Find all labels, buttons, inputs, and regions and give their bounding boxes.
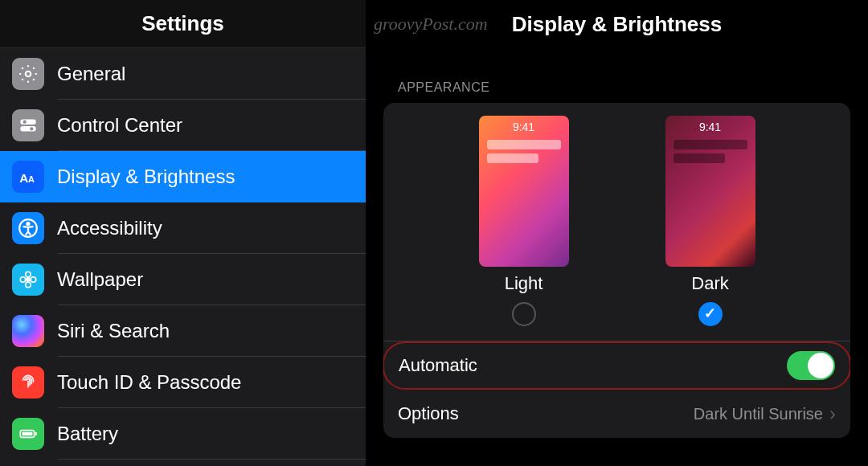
fingerprint-icon [12,366,44,399]
options-value: Dark Until Sunrise › [694,403,836,425]
settings-sidebar: Settings General Control Center AA Displ… [0,0,366,466]
options-value-text: Dark Until Sunrise [694,405,823,423]
svg-point-13 [31,277,36,283]
sidebar-title: Settings [0,0,366,48]
content-pane: groovyPost.com Display & Brightness APPE… [366,0,868,466]
appearance-options: 9:41 Light 9:41 Dark [383,103,850,341]
svg-rect-15 [22,432,32,435]
sidebar-item-label: Wallpaper [57,268,143,291]
radio-unchecked-icon[interactable] [512,302,536,326]
siri-icon [12,315,44,347]
watermark-text: groovyPost.com [374,14,488,35]
sidebar-list: General Control Center AA Display & Brig… [0,48,366,466]
sidebar-item-label: Touch ID & Passcode [57,371,241,394]
accessibility-icon [12,212,44,244]
svg-point-0 [26,72,31,77]
appearance-panel: 9:41 Light 9:41 Dark Automatic [383,103,850,438]
svg-point-12 [20,277,26,283]
svg-point-9 [27,278,30,281]
preview-time: 9:41 [665,121,755,133]
sidebar-item-display-brightness[interactable]: AA Display & Brightness [0,151,366,202]
sidebar-item-wallpaper[interactable]: Wallpaper [0,254,366,305]
page-title: Display & Brightness [512,12,723,37]
chevron-right-icon: › [829,403,836,425]
sidebar-item-label: General [57,63,125,85]
automatic-label: Automatic [399,355,477,376]
appearance-option-light[interactable]: 9:41 Light [479,116,569,326]
svg-text:A: A [28,174,35,184]
svg-point-10 [26,272,31,277]
svg-point-8 [27,223,29,225]
preview-time: 9:41 [479,121,569,133]
sidebar-item-touchid-passcode[interactable]: Touch ID & Passcode [0,357,366,408]
text-size-icon: AA [12,161,44,193]
svg-rect-16 [35,432,37,435]
svg-rect-1 [20,119,36,125]
sidebar-item-label: Battery [57,423,118,445]
sidebar-item-control-center[interactable]: Control Center [0,100,366,151]
sidebar-item-battery[interactable]: Battery [0,408,366,460]
battery-icon [12,418,44,450]
svg-point-3 [23,121,27,124]
svg-point-11 [26,282,31,288]
svg-point-4 [30,127,33,130]
gear-icon [12,58,44,90]
svg-text:A: A [19,171,28,185]
sidebar-item-label: Siri & Search [57,320,170,342]
sidebar-item-label: Accessibility [57,217,162,239]
appearance-section-label: APPEARANCE [383,80,850,103]
sidebar-item-general[interactable]: General [0,48,366,100]
sidebar-item-siri-search[interactable]: Siri & Search [0,305,366,357]
appearance-option-dark[interactable]: 9:41 Dark [665,116,755,326]
flower-icon [12,264,44,296]
options-row[interactable]: Options Dark Until Sunrise › [383,390,850,438]
sidebar-item-label: Control Center [57,114,182,137]
automatic-toggle[interactable] [787,351,835,380]
radio-checked-icon[interactable] [698,302,723,326]
automatic-row: Automatic [383,341,850,390]
svg-rect-2 [20,126,36,132]
appearance-option-label: Light [505,273,543,294]
toggles-icon [12,109,44,141]
appearance-option-label: Dark [691,273,728,294]
content-header: groovyPost.com Display & Brightness [366,0,868,48]
sidebar-item-label: Display & Brightness [57,166,235,188]
options-label: Options [398,403,459,424]
sidebar-item-accessibility[interactable]: Accessibility [0,202,366,254]
dark-mode-preview: 9:41 [665,116,755,267]
light-mode-preview: 9:41 [479,116,569,267]
